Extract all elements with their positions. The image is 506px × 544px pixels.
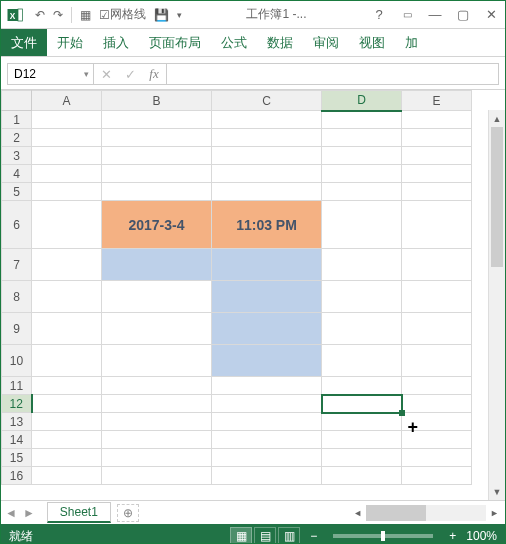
cell[interactable]	[322, 449, 402, 467]
name-box-dropdown-icon[interactable]: ▾	[84, 69, 89, 79]
ribbon-display-icon[interactable]: ▭	[393, 1, 421, 29]
cell[interactable]	[402, 467, 472, 485]
cell[interactable]	[322, 183, 402, 201]
row-header[interactable]: 10	[2, 345, 32, 377]
cell[interactable]	[402, 129, 472, 147]
cell[interactable]	[402, 201, 472, 249]
cell[interactable]	[32, 449, 102, 467]
hscroll-thumb[interactable]	[366, 505, 426, 521]
cell[interactable]	[322, 201, 402, 249]
help-icon[interactable]: ?	[365, 1, 393, 29]
cell[interactable]	[102, 249, 212, 281]
cell[interactable]	[322, 313, 402, 345]
cell[interactable]	[102, 165, 212, 183]
cell[interactable]	[212, 467, 322, 485]
cell[interactable]	[402, 345, 472, 377]
tab-formulas[interactable]: 公式	[211, 29, 257, 56]
zoom-slider[interactable]	[333, 534, 433, 538]
formula-input[interactable]	[167, 64, 498, 84]
tab-view[interactable]: 视图	[349, 29, 395, 56]
cell[interactable]	[402, 395, 472, 413]
cell[interactable]	[32, 281, 102, 313]
hscroll-left-icon[interactable]: ◄	[353, 508, 362, 518]
row-header[interactable]: 11	[2, 377, 32, 395]
row-header[interactable]: 5	[2, 183, 32, 201]
cell[interactable]	[102, 111, 212, 129]
tab-home[interactable]: 开始	[47, 29, 93, 56]
cell[interactable]	[402, 449, 472, 467]
cell[interactable]	[212, 147, 322, 165]
cell[interactable]	[402, 281, 472, 313]
cell[interactable]	[32, 183, 102, 201]
cell[interactable]	[212, 313, 322, 345]
new-sheet-button[interactable]: ⊕	[117, 504, 139, 522]
column-header[interactable]: E	[402, 91, 472, 111]
scroll-track[interactable]	[489, 267, 505, 483]
cell[interactable]	[402, 313, 472, 345]
qat-gridlines-toggle[interactable]: ☑ 网格线	[99, 6, 146, 23]
row-header[interactable]: 7	[2, 249, 32, 281]
cell[interactable]	[102, 431, 212, 449]
cell[interactable]	[102, 129, 212, 147]
vertical-scrollbar[interactable]: ▲ ▼	[488, 110, 505, 500]
cell[interactable]	[322, 249, 402, 281]
cell[interactable]	[32, 111, 102, 129]
spreadsheet-grid[interactable]: ABCDE1234562017-3-411:03 PM7891011121314…	[1, 90, 472, 485]
cell[interactable]	[402, 413, 472, 431]
column-header[interactable]: B	[102, 91, 212, 111]
zoom-in-icon[interactable]: +	[449, 529, 456, 543]
cell[interactable]	[402, 377, 472, 395]
cell[interactable]	[32, 165, 102, 183]
zoom-slider-thumb[interactable]	[381, 531, 385, 541]
cell[interactable]	[32, 431, 102, 449]
row-header[interactable]: 4	[2, 165, 32, 183]
cell[interactable]	[322, 467, 402, 485]
tab-file[interactable]: 文件	[1, 29, 47, 56]
cell[interactable]	[212, 249, 322, 281]
cell[interactable]	[212, 377, 322, 395]
row-header[interactable]: 12	[2, 395, 32, 413]
qat-redo-icon[interactable]: ↷	[53, 8, 63, 22]
cell[interactable]	[32, 201, 102, 249]
tab-page-layout[interactable]: 页面布局	[139, 29, 211, 56]
cell[interactable]	[402, 111, 472, 129]
row-header[interactable]: 6	[2, 201, 32, 249]
cell[interactable]	[322, 377, 402, 395]
zoom-out-icon[interactable]: −	[310, 529, 317, 543]
row-header[interactable]: 14	[2, 431, 32, 449]
cell[interactable]	[102, 281, 212, 313]
cell[interactable]	[212, 111, 322, 129]
cell[interactable]	[102, 467, 212, 485]
cell[interactable]	[322, 281, 402, 313]
cell[interactable]	[212, 281, 322, 313]
cell[interactable]	[322, 395, 402, 413]
cell[interactable]	[32, 345, 102, 377]
cell[interactable]	[102, 147, 212, 165]
select-all-corner[interactable]	[2, 91, 32, 111]
row-header[interactable]: 1	[2, 111, 32, 129]
cell[interactable]	[322, 431, 402, 449]
insert-function-icon[interactable]: fx	[142, 66, 166, 82]
column-header[interactable]: D	[322, 91, 402, 111]
cell[interactable]	[102, 345, 212, 377]
cell[interactable]	[212, 345, 322, 377]
row-header[interactable]: 2	[2, 129, 32, 147]
view-normal-icon[interactable]: ▦	[230, 527, 252, 544]
qat-borders-icon[interactable]: ▦	[80, 8, 91, 22]
sheet-nav-prev-icon[interactable]: ◄	[5, 506, 17, 520]
scroll-down-icon[interactable]: ▼	[489, 483, 505, 500]
cell[interactable]	[102, 377, 212, 395]
scroll-up-icon[interactable]: ▲	[489, 110, 505, 127]
tab-data[interactable]: 数据	[257, 29, 303, 56]
cell[interactable]	[102, 449, 212, 467]
cell[interactable]	[212, 165, 322, 183]
cell[interactable]	[32, 413, 102, 431]
cell[interactable]	[32, 467, 102, 485]
cell[interactable]	[402, 249, 472, 281]
cell[interactable]	[322, 413, 402, 431]
row-header[interactable]: 13	[2, 413, 32, 431]
cell[interactable]	[322, 345, 402, 377]
cell[interactable]	[32, 147, 102, 165]
qat-undo-icon[interactable]: ↶	[35, 8, 45, 22]
cell[interactable]	[402, 431, 472, 449]
